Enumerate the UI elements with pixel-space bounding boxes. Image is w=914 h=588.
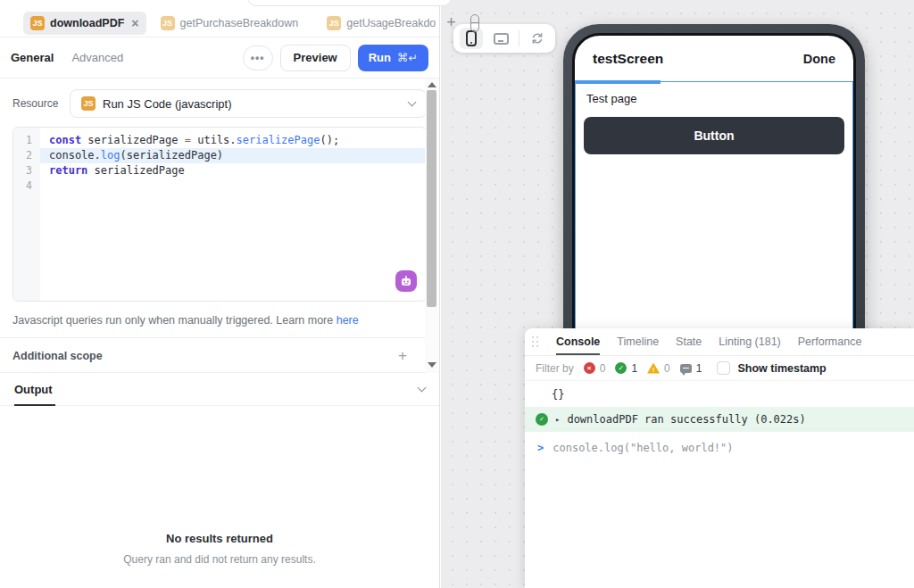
learn-more-link[interactable]: here (337, 314, 359, 327)
query-tab-downloadpdf[interactable]: JS downloadPDF × (23, 12, 146, 35)
screen-title: testScreen (593, 51, 663, 67)
debug-console-panel: Console Timeline State Linting (181) Per… (525, 328, 914, 588)
tab-advanced[interactable]: Advanced (71, 51, 123, 64)
code-content[interactable]: const serializedPage = utils.serializePa… (40, 128, 426, 301)
device-toolbar (453, 24, 555, 53)
success-count: 1 (631, 362, 637, 375)
resource-select[interactable]: JS Run JS Code (javascript) (70, 89, 427, 118)
toolbar-actions: ••• Preview Run ⌘↵ (243, 45, 428, 71)
show-timestamp-label[interactable]: Show timestamp (737, 362, 826, 375)
error-icon: × (584, 362, 595, 374)
resource-row: Resource JS Run JS Code (javascript) (12, 89, 427, 118)
tab-general[interactable]: General (11, 51, 54, 64)
query-tab-getusagebreakdown[interactable]: JS getUsageBreakdo (320, 12, 443, 35)
phone-portrait-icon (466, 30, 477, 46)
code-line-2: console.log(serializedPage) (40, 148, 426, 163)
line-number-gutter: 1 2 3 4 (13, 128, 40, 301)
error-count: 0 (600, 362, 606, 375)
output-empty-state: No results returned Query ran and did no… (0, 532, 439, 566)
warning-count: 0 (664, 362, 670, 375)
prompt-chevron-icon: > (537, 442, 544, 454)
collapse-panel-icon[interactable] (470, 14, 479, 32)
resource-value: Run JS Code (javascript) (103, 97, 232, 111)
log-entry-input[interactable]: > console.log("hello, world!") (525, 432, 914, 454)
tab-console[interactable]: Console (556, 328, 600, 355)
js-badge-icon: JS (327, 16, 341, 30)
success-icon: ✓ (615, 362, 627, 374)
drag-handle-icon[interactable] (532, 336, 539, 348)
divider (519, 30, 519, 46)
tab-performance[interactable]: Performance (798, 328, 862, 355)
query-tab-label: downloadPDF (50, 17, 124, 29)
expand-arrow-icon[interactable]: ▸ (555, 415, 560, 424)
filter-success[interactable]: ✓ 1 (615, 362, 637, 375)
ai-assistant-button[interactable] (395, 270, 417, 292)
landscape-phone-toggle[interactable] (489, 28, 512, 49)
close-icon[interactable]: × (131, 17, 138, 29)
empty-state-subtitle: Query ran and did not return any results… (0, 553, 439, 566)
mobile-canvas: testScreen Done Test page Button Console… (441, 0, 914, 588)
query-trigger-note: Javascript queries run only when manuall… (12, 314, 427, 327)
query-tab-label: getPurchaseBreakdown (180, 17, 299, 29)
filter-messages[interactable]: 1 (680, 362, 702, 375)
scroll-up-arrow[interactable] (428, 82, 436, 87)
success-icon: ✓ (536, 413, 548, 426)
mobile-button-component[interactable]: Button (584, 117, 844, 154)
refresh-icon (530, 31, 544, 46)
run-button[interactable]: Run ⌘↵ (358, 45, 428, 71)
code-line-1: const serializedPage = utils.serializePa… (40, 133, 426, 148)
js-badge-icon: JS (30, 16, 45, 30)
show-timestamp-checkbox[interactable] (717, 361, 730, 375)
phone-landscape-icon (494, 33, 509, 45)
query-tab-getpurchasebreakdown[interactable]: JS getPurchaseBreakdown (154, 12, 306, 35)
log-entry-object[interactable]: {} (525, 381, 914, 407)
query-config-scroll-area: Resource JS Run JS Code (javascript) 1 2… (0, 79, 439, 373)
chevron-down-icon (408, 98, 417, 107)
scroll-down-arrow[interactable] (428, 362, 436, 368)
tab-linting[interactable]: Linting (181) (719, 328, 781, 355)
input-echo-text: console.log("hello, world!") (553, 442, 733, 454)
warning-icon: ! (647, 363, 660, 374)
query-editor-panel: JS downloadPDF × JS getPurchaseBreakdown… (0, 0, 440, 588)
code-line-4 (40, 178, 426, 194)
filter-warnings[interactable]: ! 0 (647, 362, 670, 375)
query-tab-label: getUsageBreakdo (346, 17, 436, 29)
filter-by-label: Filter by (536, 362, 574, 375)
chevron-down-icon[interactable] (418, 384, 427, 393)
refresh-button[interactable] (526, 28, 549, 49)
console-tab-bar: Console Timeline State Linting (181) Per… (525, 328, 914, 356)
add-scope-button[interactable]: + (398, 347, 407, 365)
code-line-3: return serializedPage (40, 163, 426, 178)
log-entry-success[interactable]: ✓ ▸ downloadPDF ran successfully (0.022s… (525, 407, 914, 432)
preview-button[interactable]: Preview (280, 45, 351, 71)
empty-state-title: No results returned (0, 532, 439, 545)
add-query-button[interactable]: + (443, 13, 460, 32)
vertical-scrollbar[interactable] (425, 79, 438, 373)
console-log-list: {} ✓ ▸ downloadPDF ran successfully (0.0… (525, 381, 914, 454)
scrollbar-thumb[interactable] (427, 90, 436, 307)
floating-box-partial (247, 0, 452, 6)
done-button[interactable]: Done (803, 52, 835, 66)
more-options-button[interactable]: ••• (243, 46, 273, 70)
output-header: Output (0, 373, 439, 406)
success-message: downloadPDF ran successfully (0.022s) (567, 413, 805, 426)
tab-state[interactable]: State (676, 328, 702, 355)
additional-scope-label: Additional scope (12, 350, 103, 362)
robot-icon (400, 275, 412, 287)
filter-errors[interactable]: × 0 (584, 362, 606, 375)
output-tab[interactable]: Output (14, 383, 53, 396)
console-filter-bar: Filter by × 0 ✓ 1 ! 0 1 Show t (525, 356, 914, 381)
code-editor[interactable]: 1 2 3 4 const serializedPage = utils.ser… (12, 127, 427, 302)
message-count: 1 (696, 362, 702, 375)
line-number: 3 (13, 163, 32, 178)
page-text: Test page (586, 92, 844, 105)
resource-label: Resource (12, 97, 70, 110)
line-number: 1 (13, 133, 32, 148)
js-badge-icon: JS (81, 96, 96, 111)
app-root: JS downloadPDF × JS getPurchaseBreakdown… (0, 0, 914, 588)
tab-timeline[interactable]: Timeline (617, 328, 659, 355)
line-number: 4 (13, 178, 32, 194)
query-toolbar: General Advanced ••• Preview Run ⌘↵ (0, 37, 439, 79)
run-shortcut-hint: ⌘↵ (397, 51, 418, 64)
message-bubble-icon (680, 364, 692, 373)
